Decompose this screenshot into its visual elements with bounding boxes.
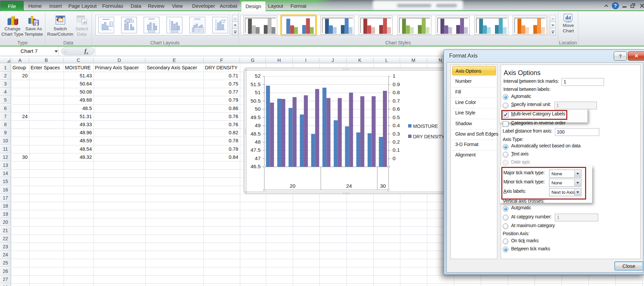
chart-layout-option-1[interactable] xyxy=(98,17,114,33)
column-header-K[interactable]: K xyxy=(347,58,373,63)
row-header-18[interactable]: 18 xyxy=(0,202,11,210)
legend-label[interactable]: DRY DENSITY xyxy=(413,134,445,139)
row-header-16[interactable]: 16 xyxy=(0,186,11,194)
column-header-A[interactable]: A xyxy=(11,58,29,63)
column-header-J[interactable]: J xyxy=(319,58,347,63)
tab-file[interactable]: File xyxy=(0,1,24,11)
cell-D1[interactable]: Primary Axis Spacer xyxy=(95,64,144,72)
row-header-13[interactable]: 13 xyxy=(0,162,11,169)
row-header-8[interactable]: 8 xyxy=(0,121,11,129)
chart-layout-option-5[interactable] xyxy=(189,17,205,33)
chart-layout-option-4[interactable] xyxy=(167,17,182,33)
dialog-nav-axis-options[interactable]: Axis Options xyxy=(452,66,496,75)
cell-F12[interactable]: 0.84 xyxy=(205,153,238,161)
layouts-scroll-up-button[interactable] xyxy=(232,15,238,22)
column-header-E[interactable]: E xyxy=(145,58,204,63)
cell-C7[interactable]: 51.31 xyxy=(65,113,92,120)
cell-B1[interactable]: Enter Spaces xyxy=(31,64,62,72)
cell-F7[interactable]: 0.76 xyxy=(205,113,238,120)
cell-F5[interactable]: 0.79 xyxy=(205,96,238,104)
dialog-field-interval-ticks[interactable]: 1 xyxy=(562,78,604,86)
tab-developer[interactable]: Developer xyxy=(188,1,219,11)
row-header-12[interactable]: 12 xyxy=(0,153,11,161)
tab-page-layout[interactable]: Page Layout xyxy=(64,1,101,11)
row-header-21[interactable]: 21 xyxy=(0,227,11,235)
row-header-4[interactable]: 4 xyxy=(0,88,11,96)
chart-layout-option-6[interactable] xyxy=(212,17,228,33)
row-header-11[interactable]: 11 xyxy=(0,145,11,153)
tab-insert[interactable]: Insert xyxy=(45,1,66,11)
layouts-scroll-down-button[interactable] xyxy=(232,22,238,29)
chart-layout-option-2[interactable] xyxy=(121,17,137,33)
dialog-nav-fill[interactable]: Fill xyxy=(452,87,496,97)
column-header-G[interactable]: G xyxy=(240,58,266,63)
cell-C12[interactable]: 48.32 xyxy=(65,153,92,161)
row-header-23[interactable]: 23 xyxy=(0,243,11,251)
row-header-10[interactable]: 10 xyxy=(0,137,11,145)
row-header-27[interactable]: 27 xyxy=(0,276,11,283)
tab-design[interactable]: Design xyxy=(241,1,266,11)
tab-review[interactable]: Review xyxy=(143,1,169,11)
tab-format[interactable]: Format xyxy=(286,1,311,11)
tab-home[interactable]: Home xyxy=(24,1,46,11)
select-all-corner[interactable] xyxy=(0,58,11,63)
row-header-17[interactable]: 17 xyxy=(0,194,11,202)
styles-scroll-down-button[interactable] xyxy=(550,22,556,29)
cell-C4[interactable]: 50.08 xyxy=(65,88,92,96)
cell-A1[interactable]: Group xyxy=(12,64,28,72)
close-button[interactable]: Close xyxy=(614,261,643,271)
category-group-label[interactable]: 20 xyxy=(286,183,299,189)
name-box[interactable]: Chart 7 xyxy=(0,46,59,56)
dialog-radio-vc_automatic_radio[interactable] xyxy=(503,206,508,212)
cell-F10[interactable]: 0.78 xyxy=(205,137,238,145)
cell-E1[interactable]: Secondary Axis Spacer xyxy=(147,64,202,72)
dialog-radio-auto_select_radio[interactable] xyxy=(503,144,508,150)
row-header-2[interactable]: 2 xyxy=(0,72,11,80)
dialog-help-button[interactable]: ? xyxy=(614,51,627,61)
row-header-26[interactable]: 26 xyxy=(0,267,11,275)
cell-C2[interactable]: 51.43 xyxy=(65,72,92,80)
row-header-9[interactable]: 9 xyxy=(0,129,11,137)
chart-style-option-6[interactable] xyxy=(436,16,470,35)
styles-scroll-up-button[interactable] xyxy=(550,15,556,22)
row-header-22[interactable]: 22 xyxy=(0,235,11,243)
dialog-checkbox-reverse_checkbox[interactable] xyxy=(503,121,508,127)
cell-F2[interactable]: 0.71 xyxy=(205,72,238,80)
dialog-nav-shadow[interactable]: Shadow xyxy=(452,119,496,128)
dialog-nav-alignment[interactable]: Alignment xyxy=(452,150,496,159)
column-header-F[interactable]: F xyxy=(204,58,240,63)
row-header-14[interactable]: 14 xyxy=(0,170,11,177)
cell-F11[interactable]: 0.78 xyxy=(205,145,238,153)
row-header-28[interactable]: 28 xyxy=(0,284,11,286)
cell-C10[interactable]: 48.59 xyxy=(65,137,92,145)
cell-F8[interactable]: 0.76 xyxy=(205,121,238,129)
dialog-radio-vc_max_radio[interactable] xyxy=(503,223,508,229)
chart-style-option-8[interactable] xyxy=(513,16,547,35)
dialog-radio-automatic_radio[interactable] xyxy=(503,94,508,100)
dialog-close-icon[interactable]: ✕ xyxy=(628,51,644,61)
cell-F4[interactable]: 0.77 xyxy=(205,88,238,96)
insert-function-area[interactable]: fx xyxy=(61,47,95,55)
tab-layout[interactable]: Layout xyxy=(263,1,287,11)
cell-C11[interactable]: 48.54 xyxy=(65,145,92,153)
move-chart-button[interactable]: MoveChart xyxy=(559,13,578,34)
cell-C6[interactable]: 48.5 xyxy=(65,105,92,112)
dialog-nav-glow-and-soft-edges[interactable]: Glow and Soft Edges xyxy=(452,129,496,139)
chart-style-option-1[interactable] xyxy=(243,16,277,35)
chart-style-option-4[interactable] xyxy=(359,16,393,35)
cell-F3[interactable]: 0.75 xyxy=(205,80,238,88)
dialog-radio-specify_unit_radio[interactable] xyxy=(503,103,508,108)
dialog-nav-number[interactable]: Number xyxy=(452,76,496,86)
chart-style-option-5[interactable] xyxy=(397,16,431,35)
cell-A2[interactable]: 20 xyxy=(12,72,28,80)
cell-C8[interactable]: 49.33 xyxy=(65,121,92,129)
row-header-20[interactable]: 20 xyxy=(0,218,11,226)
dialog-field-label-distance[interactable]: 100 xyxy=(555,128,599,136)
dialog-radio-on_ticks_radio[interactable] xyxy=(503,239,508,244)
dialog-radio-between_ticks_radio[interactable] xyxy=(503,247,508,252)
dialog-radio-vc_category_radio[interactable] xyxy=(503,215,508,220)
category-group-label[interactable]: 24 xyxy=(342,183,356,189)
cell-F6[interactable]: 0.86 xyxy=(205,105,238,112)
cell-C1[interactable]: MOISTURE xyxy=(65,64,92,72)
column-header-D[interactable]: D xyxy=(94,58,145,63)
